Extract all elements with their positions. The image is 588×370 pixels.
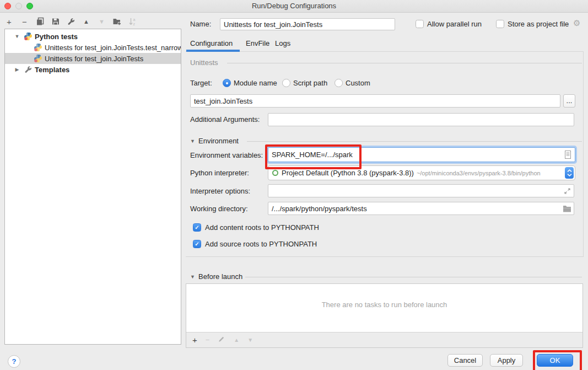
edit-task-pencil-icon[interactable] <box>218 335 225 345</box>
allow-parallel-run-checkbox[interactable] <box>416 20 424 28</box>
configurations-toolbar: + − ▲ ▼ az <box>4 15 137 28</box>
conda-env-icon <box>272 170 278 176</box>
tabs-divider <box>186 51 584 52</box>
interpreter-options-input[interactable] <box>268 184 574 197</box>
target-module-name-radio[interactable] <box>223 79 231 87</box>
browse-folder-icon[interactable] <box>563 205 571 212</box>
working-directory-label: Working directory: <box>190 205 248 213</box>
env-variables-editor-icon[interactable] <box>564 150 571 159</box>
svg-text:a: a <box>133 18 135 22</box>
store-as-project-file-checkbox[interactable] <box>496 20 504 28</box>
content-right-border <box>583 51 584 256</box>
tree-item-label: Python tests <box>35 33 78 41</box>
module-name-input[interactable] <box>190 94 560 108</box>
tree-item-templates[interactable]: ▶ Templates <box>5 64 181 75</box>
ok-button[interactable]: OK <box>537 354 573 367</box>
remove-task-button[interactable]: − <box>206 336 210 344</box>
working-directory-input[interactable] <box>268 202 574 215</box>
chevron-down-icon[interactable]: ▼ <box>13 34 21 39</box>
gear-icon[interactable]: ⚙ <box>573 19 580 28</box>
add-configuration-button[interactable]: + <box>4 16 14 27</box>
target-module-name-label: Module name <box>234 79 277 88</box>
active-tab-underline <box>186 50 240 52</box>
before-launch-section-title[interactable]: Before launch <box>198 272 242 281</box>
before-launch-toolbar: + − ▲ ▼ <box>186 332 582 347</box>
run-debug-configurations-dialog: Run/Debug Configurations + − ▲ ▼ az ▼ Py <box>0 0 588 370</box>
remove-configuration-button[interactable]: − <box>20 16 29 27</box>
expand-field-icon[interactable] <box>564 187 571 195</box>
help-button[interactable]: ? <box>8 355 20 368</box>
browse-module-button[interactable]: ... <box>563 94 575 108</box>
chevron-right-icon[interactable]: ▶ <box>13 67 21 72</box>
allow-parallel-run-label: Allow parallel run <box>427 20 482 29</box>
cancel-button[interactable]: Cancel <box>447 354 483 367</box>
edit-templates-wrench-icon[interactable] <box>66 16 75 27</box>
before-launch-section-line <box>245 277 582 277</box>
interpreter-path: ~/opt/miniconda3/envs/pyspark-3.8/bin/py… <box>417 169 541 176</box>
environment-collapse-icon[interactable]: ▼ <box>190 138 195 144</box>
python-test-icon <box>34 54 42 63</box>
move-up-button[interactable]: ▲ <box>82 16 91 27</box>
tree-item-label: Unittests for test_join.JoinTests.test_n… <box>45 44 181 52</box>
store-as-project-file-label: Store as project file <box>508 20 569 29</box>
target-custom-radio[interactable] <box>335 79 343 87</box>
apply-button[interactable]: Apply <box>490 354 523 367</box>
add-task-button[interactable]: + <box>192 335 197 345</box>
add-source-roots-checkbox[interactable]: ✓ <box>193 240 201 248</box>
content-bottom-border <box>186 256 584 257</box>
tree-item-python-tests[interactable]: ▼ Python tests <box>5 31 181 42</box>
before-launch-collapse-icon[interactable]: ▼ <box>190 274 195 280</box>
close-icon[interactable] <box>4 3 11 9</box>
environment-variables-input[interactable] <box>268 147 575 162</box>
environment-section-title[interactable]: Environment <box>198 137 239 146</box>
interpreter-options-label: Interpreter options: <box>190 187 250 196</box>
move-task-up-button[interactable]: ▲ <box>234 337 239 343</box>
svg-text:z: z <box>133 22 135 26</box>
python-interpreter-select[interactable]: Project Default (Python 3.8 (pyspark-3.8… <box>268 165 575 180</box>
interpreter-value: Project Default (Python 3.8 (pyspark-3.8… <box>282 169 414 177</box>
sort-configurations-icon[interactable]: az <box>128 16 137 27</box>
tree-item-unittests-jointests-selected[interactable]: Unittests for test_join.JoinTests <box>5 53 181 64</box>
tab-envfile[interactable]: EnvFile <box>246 39 269 47</box>
additional-arguments-input[interactable] <box>268 113 574 126</box>
name-input[interactable] <box>220 18 395 30</box>
environment-section-line <box>247 141 582 142</box>
target-script-path-radio[interactable] <box>282 79 290 87</box>
tree-item-label: Unittests for test_join.JoinTests <box>45 55 143 63</box>
python-test-icon <box>34 43 42 52</box>
add-source-roots-label: Add source roots to PYTHONPATH <box>205 240 317 249</box>
move-task-down-button[interactable]: ▼ <box>247 337 253 343</box>
titlebar: Run/Debug Configurations <box>0 0 588 13</box>
additional-arguments-label: Additional Arguments: <box>190 115 260 124</box>
target-label: Target: <box>190 79 212 88</box>
add-content-roots-label: Add content roots to PYTHONPATH <box>205 223 319 232</box>
python-tests-icon <box>24 32 33 41</box>
new-folder-icon[interactable] <box>112 16 122 27</box>
tree-item-label: Templates <box>35 66 69 74</box>
configurations-tree: ▼ Python tests Unittests for test_join.J… <box>4 29 181 345</box>
add-content-roots-checkbox[interactable]: ✓ <box>193 223 201 232</box>
window-title: Run/Debug Configurations <box>252 2 336 10</box>
move-down-button[interactable]: ▼ <box>97 16 106 27</box>
target-custom-label: Custom <box>346 79 370 88</box>
tree-item-unittests-test-narrow[interactable]: Unittests for test_join.JoinTests.test_n… <box>5 42 181 53</box>
minimize-icon[interactable] <box>15 3 22 9</box>
unittests-group-line <box>227 63 582 63</box>
copy-configuration-icon[interactable] <box>35 16 45 27</box>
save-configuration-icon[interactable] <box>51 16 60 27</box>
name-label: Name: <box>190 20 211 29</box>
zoom-icon[interactable] <box>26 3 33 9</box>
python-interpreter-label: Python interpreter: <box>190 169 249 178</box>
environment-variables-label: Environment variables: <box>190 151 263 160</box>
before-launch-empty-text: There are no tasks to run before launch <box>186 301 582 309</box>
before-launch-panel: There are no tasks to run before launch … <box>186 283 583 348</box>
tab-configuration[interactable]: Configuration <box>190 39 233 47</box>
tab-logs[interactable]: Logs <box>275 39 290 47</box>
select-stepper-icon[interactable] <box>565 167 574 179</box>
unittests-group-title: Unittests <box>190 58 218 67</box>
templates-wrench-icon <box>24 65 33 74</box>
target-script-path-label: Script path <box>293 79 327 88</box>
